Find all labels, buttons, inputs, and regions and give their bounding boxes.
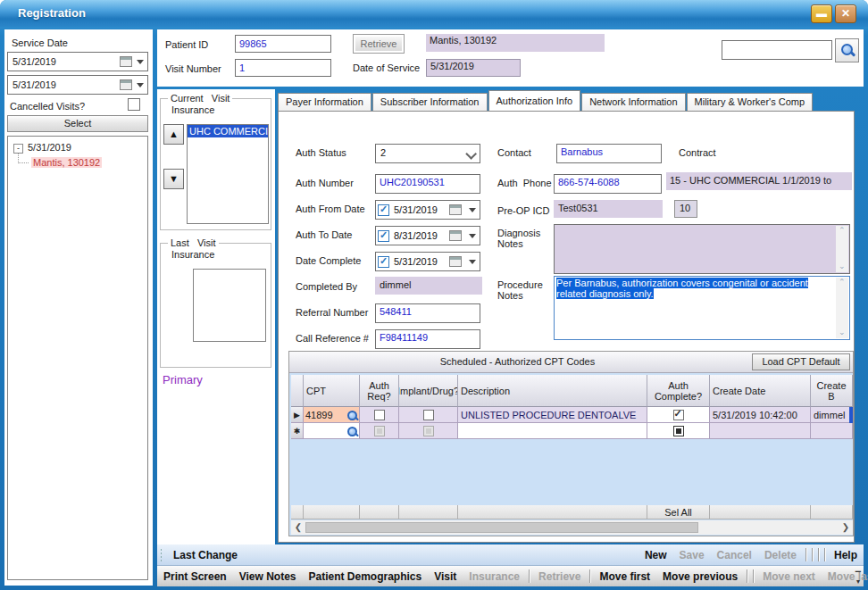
service-date-to-picker[interactable]: 5/31/2019 <box>7 75 148 95</box>
current-insurance-list[interactable]: UHC COMMERCIAL <box>187 124 269 224</box>
implant-drug-checkbox[interactable] <box>423 410 434 420</box>
auth-from-checkbox[interactable] <box>378 204 389 216</box>
calendar-icon[interactable] <box>449 256 462 267</box>
tab-military-workers-comp[interactable]: Military & Worker's Comp <box>687 93 814 111</box>
toolbar-grip[interactable] <box>160 548 163 562</box>
auth-to-checkbox[interactable] <box>378 230 389 242</box>
scrollbar-thumb[interactable] <box>305 522 698 533</box>
title-bar[interactable]: Registration ▬ ✕ <box>0 0 868 27</box>
tab-network-information[interactable]: Network Information <box>581 93 685 111</box>
last-insurance-list[interactable] <box>193 269 266 342</box>
diagnosis-notes-textarea[interactable] <box>554 224 850 274</box>
close-icon[interactable]: ✕ <box>835 4 856 23</box>
description-cell[interactable] <box>458 423 647 439</box>
scroll-left-icon[interactable]: ❮ <box>292 522 305 533</box>
tree-patient-node[interactable]: Mantis, 130192 <box>31 157 102 168</box>
auth-status-dropdown[interactable]: 2 <box>375 144 480 163</box>
tab-authorization-info[interactable]: Authorization Info <box>488 90 581 111</box>
select-button[interactable]: Select <box>7 115 148 132</box>
implant-drug-checkbox[interactable] <box>423 426 434 436</box>
visit-button[interactable]: Visit <box>428 569 463 585</box>
col-cpt[interactable]: CPT <box>304 375 360 407</box>
cpt-cell[interactable]: 41899 <box>304 407 360 423</box>
auth-complete-checkbox[interactable] <box>673 426 684 436</box>
retrieve-button[interactable]: Retrieve <box>353 34 405 54</box>
col-description[interactable]: Description <box>458 375 647 407</box>
toolbar-overflow-icon[interactable]: ▔▾ <box>855 572 861 585</box>
cpt-new-row[interactable]: ✱ <box>291 423 853 439</box>
tree-date-node[interactable]: 5/31/2019 <box>28 142 71 153</box>
chevron-down-icon[interactable] <box>469 234 476 238</box>
chevron-down-icon[interactable] <box>137 83 144 87</box>
cancel-button[interactable]: Cancel <box>711 547 758 563</box>
col-auth-complete[interactable]: Auth Complete? <box>647 375 710 407</box>
auth-req-checkbox[interactable] <box>374 410 385 420</box>
cpt-cell-new[interactable] <box>304 423 360 439</box>
procedure-notes-textarea[interactable]: Per Barnabus, authorization covers conge… <box>554 276 850 340</box>
implant-drug-cell[interactable] <box>399 407 458 423</box>
cpt-lookup-icon[interactable] <box>346 426 357 436</box>
date-complete-checkbox[interactable] <box>378 256 389 268</box>
contact-input[interactable]: Barnabus <box>556 144 662 163</box>
search-input[interactable] <box>722 40 832 60</box>
scrollbar[interactable] <box>836 278 848 338</box>
print-screen-button[interactable]: Print Screen <box>157 569 233 585</box>
tab-payer-information[interactable]: Payer Information <box>278 93 371 111</box>
calendar-icon[interactable] <box>449 204 462 215</box>
retrieve-toolbar-button[interactable]: Retrieve <box>532 569 587 585</box>
move-previous-button[interactable]: Move previous <box>656 569 744 585</box>
patient-id-input[interactable] <box>235 35 331 53</box>
calendar-icon[interactable] <box>120 79 132 90</box>
chevron-down-icon[interactable] <box>469 260 476 264</box>
col-auth-req[interactable]: Auth Req? <box>360 375 399 407</box>
insurance-list-item[interactable]: UHC COMMERCIAL <box>188 125 268 137</box>
auth-to-date-picker[interactable]: 8/31/2019 <box>375 226 480 245</box>
search-button[interactable] <box>835 38 859 62</box>
save-button[interactable]: Save <box>673 547 711 563</box>
tree-collapse-icon[interactable]: - <box>13 144 23 154</box>
minimize-icon[interactable]: ▬ <box>811 4 832 23</box>
call-reference-input[interactable]: F98411149 <box>375 329 480 349</box>
visit-tree[interactable]: - 5/31/2019 Mantis, 130192 <box>7 136 148 580</box>
patient-demographics-button[interactable]: Patient Demographics <box>303 569 429 585</box>
cancelled-visits-checkbox[interactable] <box>128 98 140 111</box>
referral-number-input[interactable]: 548411 <box>375 303 480 323</box>
calendar-icon[interactable] <box>449 230 462 241</box>
delete-button[interactable]: Delete <box>758 547 803 563</box>
scroll-right-icon[interactable]: ❯ <box>839 522 852 533</box>
new-button[interactable]: New <box>638 547 673 563</box>
move-next-button[interactable]: Move next <box>756 569 822 585</box>
auth-req-cell[interactable] <box>360 423 399 439</box>
auth-phone-input[interactable]: 866-574-6088 <box>554 174 662 194</box>
move-down-icon[interactable]: ▼ <box>163 169 184 189</box>
sel-all-button[interactable]: Sel All <box>647 505 710 519</box>
visit-number-input[interactable] <box>235 59 331 77</box>
auth-from-date-picker[interactable]: 5/31/2019 <box>375 200 480 220</box>
service-date-from-picker[interactable]: 5/31/2019 <box>7 52 148 71</box>
horizontal-scrollbar[interactable]: ❮ ❯ <box>291 520 853 535</box>
cpt-row-1[interactable]: ▶ 41899 UNLISTED PROCEDURE DENTOALVE 5/3… <box>291 407 853 423</box>
help-button[interactable]: Help <box>828 547 864 563</box>
view-notes-button[interactable]: View Notes <box>233 569 303 585</box>
auth-number-input[interactable]: UHC20190531 <box>375 174 480 194</box>
cpt-lookup-icon[interactable] <box>346 410 357 420</box>
auth-req-checkbox[interactable] <box>374 426 385 436</box>
move-up-icon[interactable]: ▲ <box>163 124 184 145</box>
load-cpt-default-button[interactable]: Load CPT Default <box>752 353 850 370</box>
insurance-button[interactable]: Insurance <box>463 569 526 585</box>
date-complete-picker[interactable]: 5/31/2019 <box>375 252 480 271</box>
calendar-icon[interactable] <box>120 56 132 67</box>
col-create-by[interactable]: Create B <box>811 375 853 407</box>
auth-complete-cell[interactable] <box>647 423 710 439</box>
auth-complete-cell[interactable] <box>647 407 710 423</box>
auth-req-cell[interactable] <box>360 407 399 423</box>
implant-drug-cell[interactable] <box>399 423 458 439</box>
col-create-date[interactable]: Create Date <box>710 375 811 407</box>
chevron-down-icon[interactable] <box>469 208 476 212</box>
move-first-button[interactable]: Move first <box>593 569 656 585</box>
description-cell[interactable]: UNLISTED PROCEDURE DENTOALVE <box>458 407 647 423</box>
col-implant-drug[interactable]: Implant/Drug? <box>399 375 458 407</box>
chevron-down-icon[interactable] <box>137 60 144 64</box>
scrollbar[interactable] <box>836 226 848 272</box>
move-last-button[interactable]: Move last <box>822 569 868 585</box>
